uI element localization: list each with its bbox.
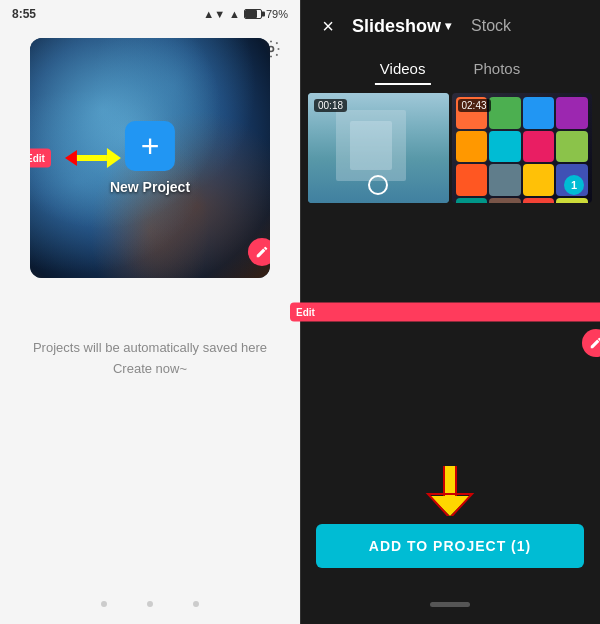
edit-badge-pencil[interactable] [248, 238, 270, 266]
app-icon-7 [523, 131, 555, 163]
home-indicator [430, 602, 470, 607]
nav-dot-3 [193, 601, 199, 607]
svg-rect-2 [443, 466, 445, 496]
status-right: ▲▼ ▲ 79% [203, 8, 288, 20]
slideshow-title-text: Slideshow [352, 16, 441, 37]
app-icon-3 [523, 97, 555, 129]
signal-icon: ▲ [229, 8, 240, 20]
stock-button[interactable]: Stock [471, 17, 511, 35]
new-project-button[interactable]: New Project [110, 121, 190, 195]
bottom-text-line1: Projects will be automatically saved her… [33, 338, 267, 359]
new-project-label: New Project [110, 179, 190, 195]
app-icon-9 [456, 164, 488, 196]
left-main: Edit New Project Projects wi [0, 28, 300, 584]
app-icon-4 [556, 97, 588, 129]
media-grid: 00:18 02:43 [300, 85, 600, 454]
battery-percent: 79% [266, 8, 288, 20]
app-icon-14 [489, 198, 521, 203]
media-select-badge-2[interactable]: 1 [564, 175, 584, 195]
svg-marker-4 [430, 496, 470, 516]
edit-badge-right[interactable]: Edit [290, 303, 600, 322]
bottom-text-line2: Create now~ [33, 359, 267, 380]
nav-dot-1 [101, 601, 107, 607]
app-icon-10 [489, 164, 521, 196]
svg-rect-3 [455, 466, 457, 496]
tab-photos[interactable]: Photos [449, 52, 544, 85]
app-icon-16 [556, 198, 588, 203]
nav-dot-2 [147, 601, 153, 607]
add-to-project-button[interactable]: ADD TO PROJECT (1) [316, 524, 584, 568]
media-duration-1: 00:18 [314, 99, 347, 112]
right-bottom-bar [300, 584, 600, 624]
arrow-head [107, 148, 121, 168]
arrow-tail [65, 150, 77, 166]
media-item-2[interactable]: 02:43 1 [452, 93, 593, 203]
edit-badge-left[interactable]: Edit [30, 149, 51, 168]
app-icon-11 [523, 164, 555, 196]
app-icon-13 [456, 198, 488, 203]
arrow-body [77, 155, 107, 161]
svg-rect-1 [445, 466, 455, 496]
plus-box[interactable] [125, 121, 175, 171]
app-icon-8 [556, 131, 588, 163]
media-select-circle-1[interactable] [368, 175, 388, 195]
battery-icon [244, 9, 262, 19]
add-to-project-area: ADD TO PROJECT (1) [300, 454, 600, 584]
app-icon-5 [456, 131, 488, 163]
left-bottom-bar [0, 584, 300, 624]
right-panel: × Slideshow ▾ Stock Videos Photos 00:18 [300, 0, 600, 624]
bottom-text: Projects will be automatically saved her… [33, 338, 267, 380]
arrow-indicator [65, 148, 121, 168]
status-bar: 8:55 ▲▼ ▲ 79% [0, 0, 300, 28]
status-time: 8:55 [12, 7, 36, 21]
wifi-icon: ▲▼ [203, 8, 225, 20]
right-header: × Slideshow ▾ Stock [300, 0, 600, 52]
arrow-down-svg [420, 466, 480, 516]
arrow-down-container [420, 466, 480, 516]
app-icon-6 [489, 131, 521, 163]
left-panel: 8:55 ▲▼ ▲ 79% Edit [0, 0, 300, 624]
media-duration-2: 02:43 [458, 99, 491, 112]
app-icon-15 [523, 198, 555, 203]
right-tabs: Videos Photos [300, 52, 600, 85]
slideshow-title: Slideshow ▾ [352, 16, 451, 37]
media-item-1[interactable]: 00:18 [308, 93, 449, 203]
tab-videos[interactable]: Videos [356, 52, 450, 85]
close-button[interactable]: × [316, 14, 340, 38]
chevron-down-icon[interactable]: ▾ [445, 19, 451, 33]
app-icon-2 [489, 97, 521, 129]
project-card[interactable]: Edit New Project [30, 38, 270, 278]
